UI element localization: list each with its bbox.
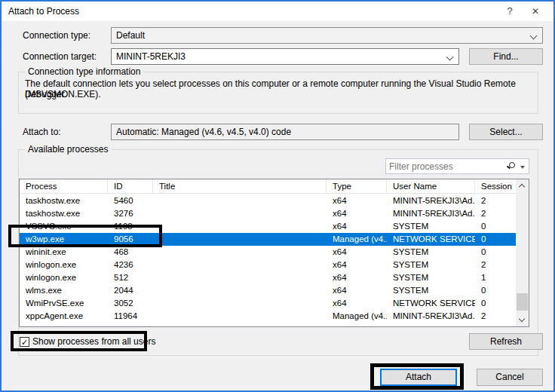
- select-button[interactable]: Select...: [469, 124, 543, 140]
- checkmark-icon: ✓: [21, 338, 28, 347]
- cell-process: WmiPrvSE.exe: [20, 297, 108, 310]
- cell-title: [153, 271, 327, 284]
- cell-title: [153, 246, 327, 259]
- column-header-id[interactable]: ID: [108, 179, 153, 193]
- dialog-title: Attach to Process: [8, 2, 79, 21]
- cell-id: 3052: [108, 297, 153, 310]
- cell-session: 0: [475, 284, 517, 297]
- cell-type: x64: [327, 271, 387, 284]
- cell-title: [153, 310, 327, 323]
- table-row[interactable]: xppcAgent.exe11964Managed (v4...MININT-5…: [20, 310, 517, 323]
- available-processes-group-label: Available processes: [25, 144, 112, 155]
- help-icon[interactable]: ?: [498, 2, 522, 21]
- cell-process: winlogon.exe: [20, 271, 108, 284]
- table-row[interactable]: WmiPrvSE.exe3052x64NETWORK SERVICE0: [20, 297, 517, 310]
- cell-type: x64: [327, 297, 387, 310]
- cell-process: wlms.exe: [20, 284, 108, 297]
- cell-id: 3276: [108, 207, 153, 220]
- cell-type: Managed (v4...: [327, 310, 387, 323]
- cell-session: 0: [475, 246, 517, 259]
- cell-title: [153, 194, 327, 207]
- process-table-header: Process ID Title Type User Name Session: [20, 179, 517, 194]
- filter-processes-box: [385, 158, 529, 174]
- cell-id: 1108: [108, 220, 153, 233]
- cell-user: NETWORK SERVICE: [387, 233, 475, 246]
- cell-process: w3wp.exe: [20, 233, 108, 246]
- table-row[interactable]: taskhostw.exe3276x64MININT-5REKJI3\Ad...…: [20, 207, 517, 220]
- filter-processes-input[interactable]: [389, 160, 502, 173]
- scrollbar-thumb[interactable]: [517, 293, 528, 311]
- connection-type-value: Default: [116, 30, 145, 41]
- attach-to-process-dialog: Attach to Process ? ✕ Connection type: D…: [0, 0, 555, 392]
- cell-process: taskhostw.exe: [20, 194, 108, 207]
- scroll-down-icon[interactable]: [516, 314, 529, 326]
- cell-process: taskhostw.exe: [20, 207, 108, 220]
- attach-button[interactable]: Attach: [380, 369, 457, 386]
- cell-session: 0: [475, 233, 517, 246]
- find-button[interactable]: Find...: [469, 48, 543, 65]
- table-row[interactable]: wininit.exe468x64SYSTEM0: [20, 246, 517, 259]
- cell-type: x64: [327, 207, 387, 220]
- cell-type: x64: [327, 220, 387, 233]
- table-row[interactable]: wlms.exe2044x64SYSTEM0: [20, 284, 517, 297]
- column-header-session[interactable]: Session: [475, 179, 517, 193]
- cancel-button[interactable]: Cancel: [477, 369, 543, 386]
- attach-to-value: Automatic: Managed (v4.6, v4.5, v4.0) co…: [111, 124, 459, 140]
- cell-session: 1: [475, 271, 517, 284]
- process-table: Process ID Title Type User Name Session …: [19, 179, 529, 327]
- cell-title: [153, 284, 327, 297]
- scroll-up-icon[interactable]: [516, 179, 529, 192]
- attach-to-label: Attach to:: [23, 124, 61, 140]
- cell-user: MININT-5REKJI3\Ad...: [387, 207, 475, 220]
- show-all-users-label[interactable]: Show processes from all users: [32, 333, 155, 350]
- cell-session: 2: [475, 207, 517, 220]
- cell-type: x64: [327, 284, 387, 297]
- cell-type: x64: [327, 246, 387, 259]
- cell-id: 11964: [108, 310, 153, 323]
- filter-dropdown-icon[interactable]: [520, 166, 525, 169]
- cell-type: Managed (v4...: [327, 233, 387, 246]
- column-header-type[interactable]: Type: [327, 179, 387, 193]
- cell-id: 5460: [108, 194, 153, 207]
- search-icon[interactable]: [509, 162, 515, 168]
- cell-user: SYSTEM: [387, 284, 475, 297]
- cell-title: [153, 259, 327, 271]
- column-header-username[interactable]: User Name: [387, 179, 475, 193]
- cell-user: NETWORK SERVICE: [387, 297, 475, 310]
- close-icon[interactable]: ✕: [523, 2, 547, 21]
- cell-user: SYSTEM: [387, 271, 475, 284]
- table-row-selected[interactable]: w3wp.exe9056Managed (v4...NETWORK SERVIC…: [20, 233, 517, 246]
- connection-target-value: MININT-5REKJI3: [116, 51, 186, 62]
- chevron-down-icon: [530, 32, 538, 40]
- cell-user: MININT-5REKJI3\Ad...: [387, 194, 475, 207]
- cell-session: 0: [475, 220, 517, 233]
- cell-title: [153, 220, 327, 233]
- cell-process: winlogon.exe: [20, 259, 108, 271]
- table-row[interactable]: winlogon.exe4236x64SYSTEM2: [20, 259, 517, 271]
- cell-process: wininit.exe: [20, 246, 108, 259]
- cell-id: 512: [108, 271, 153, 284]
- cell-type: x64: [327, 194, 387, 207]
- cell-title: [153, 233, 327, 246]
- cell-id: 468: [108, 246, 153, 259]
- table-row[interactable]: winlogon.exe512x64SYSTEM1: [20, 271, 517, 284]
- cell-session: 2: [475, 194, 517, 207]
- column-header-title[interactable]: Title: [153, 179, 327, 193]
- connection-target-label: Connection target:: [23, 48, 97, 65]
- connection-info-group: Connection type information The default …: [18, 72, 538, 114]
- table-row[interactable]: VSSVC.exe1108x64SYSTEM0: [20, 220, 517, 233]
- refresh-button[interactable]: Refresh: [469, 333, 543, 350]
- cell-process: xppcAgent.exe: [20, 310, 108, 323]
- vertical-scrollbar[interactable]: [516, 179, 529, 326]
- table-row[interactable]: taskhostw.exe5460x64MININT-5REKJI3\Ad...…: [20, 194, 517, 207]
- connection-type-select[interactable]: Default: [111, 27, 543, 44]
- connection-target-select[interactable]: MININT-5REKJI3: [111, 48, 459, 65]
- cell-user: SYSTEM: [387, 259, 475, 271]
- cell-user: SYSTEM: [387, 220, 475, 233]
- column-header-process[interactable]: Process: [20, 179, 108, 193]
- show-all-users-checkbox[interactable]: ✓: [20, 337, 29, 347]
- chevron-down-icon: [446, 54, 454, 61]
- cell-session: 0: [475, 297, 517, 310]
- cell-title: [153, 207, 327, 220]
- title-bar: Attach to Process ? ✕: [2, 2, 553, 21]
